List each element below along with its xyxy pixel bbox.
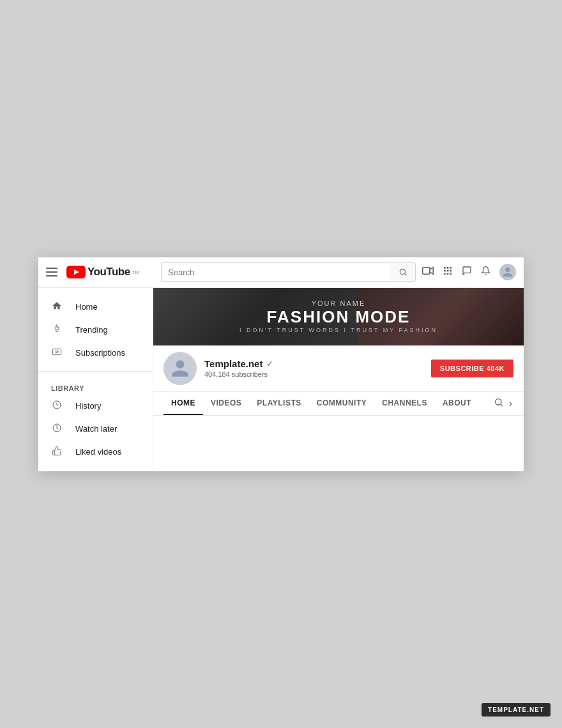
youtube-logo[interactable]: YouTubeTM xyxy=(66,266,139,278)
svg-rect-6 xyxy=(444,267,446,269)
svg-line-20 xyxy=(501,404,503,406)
banner-text: YOUR NAME FASHION MODE I DON'T TRUST WOR… xyxy=(239,300,437,333)
tab-about[interactable]: ABOUT xyxy=(435,392,479,415)
tab-channels[interactable]: CHANNELS xyxy=(374,392,435,415)
youtube-logo-icon xyxy=(66,266,86,278)
svg-rect-9 xyxy=(444,270,446,272)
home-icon xyxy=(51,301,63,314)
svg-rect-8 xyxy=(450,267,452,269)
subscribe-count: 404K xyxy=(487,365,505,372)
search-button[interactable] xyxy=(390,262,416,282)
sidebar-trending-label: Trending xyxy=(75,325,108,335)
svg-rect-11 xyxy=(450,270,452,272)
svg-marker-16 xyxy=(56,351,59,353)
avatar-icon xyxy=(502,266,513,278)
sidebar-item-home[interactable]: Home xyxy=(38,296,153,319)
fire-icon xyxy=(51,324,63,337)
video-camera-icon[interactable] xyxy=(422,266,434,278)
sidebar-library-section: LIBRARY History Watch later xyxy=(38,375,153,466)
svg-rect-7 xyxy=(447,267,449,269)
apps-icon[interactable] xyxy=(443,266,453,278)
channel-info-row: Template.net ✓ 404,184 subscribers SUBSC… xyxy=(153,345,524,392)
clock-icon xyxy=(51,423,63,436)
tab-playlists[interactable]: PLAYLISTS xyxy=(249,392,308,415)
thumbs-up-icon xyxy=(51,446,63,459)
sidebar-divider xyxy=(38,371,153,372)
channel-name-row: Template.net ✓ xyxy=(204,358,423,369)
svg-point-19 xyxy=(495,398,501,404)
user-avatar[interactable] xyxy=(499,264,516,280)
channel-banner: YOUR NAME FASHION MODE I DON'T TRUST WOR… xyxy=(153,288,524,345)
chat-icon[interactable] xyxy=(462,266,472,278)
svg-rect-4 xyxy=(423,268,430,275)
verified-badge: ✓ xyxy=(266,359,273,368)
sidebar-home-label: Home xyxy=(75,302,98,312)
top-bar-right xyxy=(422,264,516,280)
channel-details: Template.net ✓ 404,184 subscribers xyxy=(204,358,423,378)
svg-rect-10 xyxy=(447,270,449,272)
sidebar-nav-section: Home Trending Subscriptions xyxy=(38,293,153,367)
content-area: YOUR NAME FASHION MODE I DON'T TRUST WOR… xyxy=(153,288,524,471)
main-layout: Home Trending Subscriptions LIBRARY xyxy=(38,288,524,471)
tab-search-icon[interactable] xyxy=(490,392,508,415)
banner-title: FASHION MODE xyxy=(239,307,437,327)
sidebar: Home Trending Subscriptions LIBRARY xyxy=(38,288,153,471)
tab-videos[interactable]: VIDEOS xyxy=(203,392,249,415)
svg-point-2 xyxy=(400,269,405,274)
tab-chevron-icon[interactable]: › xyxy=(508,393,513,414)
svg-rect-12 xyxy=(444,273,446,275)
search-icon xyxy=(399,268,407,277)
channel-name: Template.net xyxy=(204,358,262,369)
channel-tabs: HOME VIDEOS PLAYLISTS COMMUNITY CHANNELS… xyxy=(153,392,524,416)
subscribe-label: SUBSCRIBE xyxy=(440,365,484,372)
tab-community[interactable]: COMMUNITY xyxy=(309,392,375,415)
youtube-window: YouTubeTM xyxy=(38,257,524,471)
top-bar-left: YouTubeTM xyxy=(46,266,155,278)
subscribe-button[interactable]: SUBSCRIBE 404K xyxy=(431,360,513,377)
channel-avatar xyxy=(163,352,197,385)
watermark: TEMPLATE.NET xyxy=(482,703,551,717)
sidebar-watch-later-label: Watch later xyxy=(75,424,117,434)
hamburger-icon[interactable] xyxy=(46,268,57,277)
youtube-logo-text: YouTube xyxy=(87,266,130,278)
svg-rect-15 xyxy=(52,349,61,354)
channel-avatar-icon xyxy=(170,358,190,379)
sidebar-item-watch-later[interactable]: Watch later xyxy=(38,418,153,441)
tab-home[interactable]: HOME xyxy=(163,392,203,415)
search-bar xyxy=(161,262,416,282)
history-icon xyxy=(51,400,63,413)
top-bar: YouTubeTM xyxy=(38,257,524,288)
sidebar-item-history[interactable]: History xyxy=(38,395,153,418)
sidebar-liked-label: Liked videos xyxy=(75,447,121,457)
sidebar-history-label: History xyxy=(75,401,101,411)
sidebar-item-subscriptions[interactable]: Subscriptions xyxy=(38,342,153,365)
svg-rect-14 xyxy=(450,273,452,275)
sidebar-item-liked-videos[interactable]: Liked videos xyxy=(38,441,153,464)
library-title: LIBRARY xyxy=(38,378,153,395)
subscriptions-icon xyxy=(51,347,63,360)
banner-your-name: YOUR NAME xyxy=(239,300,437,307)
svg-line-3 xyxy=(404,274,406,276)
bell-icon[interactable] xyxy=(481,266,490,279)
sidebar-item-trending[interactable]: Trending xyxy=(38,319,153,342)
sidebar-subscriptions-label: Subscriptions xyxy=(75,348,125,358)
svg-rect-13 xyxy=(447,273,449,275)
youtube-tm: TM xyxy=(132,269,140,275)
banner-subtitle: I DON'T TRUST WORDS I TRUST MY FASHION xyxy=(239,327,437,333)
search-input[interactable] xyxy=(161,262,390,282)
svg-marker-5 xyxy=(430,268,433,275)
channel-subscribers: 404,184 subscribers xyxy=(204,370,423,378)
